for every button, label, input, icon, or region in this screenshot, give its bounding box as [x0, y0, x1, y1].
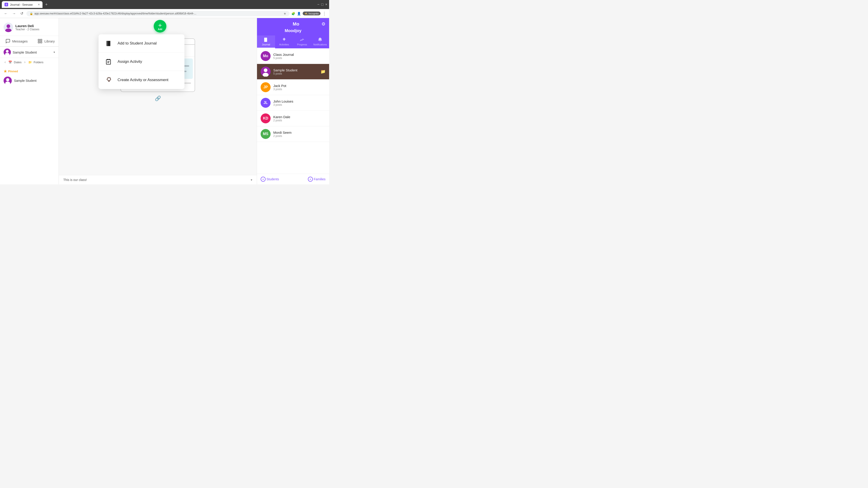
tab-progress[interactable]: Progress [293, 35, 311, 48]
bottom-text-bar: This is our class! ▾ [59, 175, 257, 184]
jack-pot-info: Jack Pot 3 posts [273, 84, 326, 91]
messages-nav[interactable]: Messages [3, 37, 30, 45]
library-nav[interactable]: Library [35, 37, 57, 45]
student-jack-pot[interactable]: JP Jack Pot 3 posts [257, 79, 329, 95]
pinned-label: ★ Pinned [4, 69, 55, 73]
pinned-student-item[interactable]: Sample Student [0, 75, 59, 87]
app-header: Messages Library [0, 36, 59, 46]
address-bar[interactable]: 🔒 app.seesaw.me/#/class/class.e01bf4c2-9… [26, 11, 289, 16]
browser-nav-icons: 🧩 👤 🕵 Incognito ⋮ [291, 11, 327, 16]
lightbulb-dropdown-icon [105, 76, 113, 84]
sample-student-posts: 5 posts [273, 72, 318, 75]
add-icon: + [158, 22, 162, 29]
students-footer-label: Students [267, 177, 279, 181]
students-footer-button[interactable]: + Students [260, 177, 279, 182]
minimize-button[interactable]: − [317, 2, 319, 6]
journal-dropdown-icon [105, 39, 113, 47]
right-sidebar: Mo ⚙ Moodjoy Journal Activities Progress [257, 18, 329, 184]
svg-point-38 [264, 68, 268, 72]
svg-rect-18 [109, 59, 110, 60]
back-button[interactable]: ← [3, 11, 9, 17]
close-tab-button[interactable]: × [38, 3, 40, 6]
student-selector[interactable]: Sample Student ▾ [0, 46, 59, 58]
right-nav-tabs: Journal Activities Progress Notification… [257, 35, 329, 48]
link-icon[interactable]: 🔗 [155, 96, 161, 101]
student-karen-dale[interactable]: KD Karen Dale 2 posts [257, 111, 329, 126]
sidebar-footer: + Students + Families [257, 174, 329, 184]
bottom-description: This is our class! [63, 178, 87, 182]
folders-label: Folders [34, 61, 43, 64]
extensions-icon[interactable]: 🧩 [291, 12, 295, 15]
main-header: + Add [59, 18, 257, 22]
svg-rect-14 [107, 41, 107, 46]
pinned-section: ★ Pinned [0, 66, 59, 75]
pinned-student-name: Sample Student [14, 79, 37, 83]
settings-icon[interactable]: ⚙ [321, 21, 326, 27]
tab-journal-label: Journal [262, 43, 270, 46]
class-journal-avatar: Mo [260, 51, 271, 61]
svg-rect-27 [108, 81, 110, 82]
url-text: app.seesaw.me/#/class/class.e01bf4c2-9a2… [34, 12, 282, 15]
close-window-button[interactable]: × [325, 2, 327, 6]
svg-rect-6 [40, 41, 42, 43]
prev-date-button[interactable]: ‹ [4, 59, 6, 65]
sample-student-name: Sample Student [273, 68, 318, 72]
expand-icon[interactable]: ▾ [251, 178, 252, 182]
folder-icon: 📁 [320, 69, 326, 74]
student-class-journal[interactable]: Mo Class Journal 5 posts [257, 48, 329, 64]
chevron-down-icon: ▾ [54, 51, 55, 54]
svg-rect-32 [265, 38, 265, 42]
svg-point-1 [6, 24, 10, 28]
teacher-name: Lauren Deli [16, 24, 39, 28]
menu-icon[interactable]: ⋮ [322, 11, 327, 16]
student-mordi-seem[interactable]: MS Mordi Seem 2 posts [257, 126, 329, 142]
student-sample-student[interactable]: Sample Student 5 posts 📁 [257, 64, 329, 79]
tab-notifications[interactable]: Notifications [311, 35, 329, 48]
activity-dropdown-icon [105, 58, 113, 66]
add-button[interactable]: + Add [154, 20, 166, 33]
browser-tab[interactable]: S Journal - Seesaw × [2, 1, 42, 8]
student-name: Sample Student [13, 51, 52, 54]
new-tab-button[interactable]: + [44, 1, 49, 8]
tab-journal[interactable]: Journal [257, 35, 275, 48]
svg-rect-4 [40, 39, 42, 41]
next-date-button[interactable]: › [23, 59, 26, 65]
create-activity-text: Create Activity or Assessment [118, 78, 168, 82]
svg-line-25 [110, 78, 111, 78]
svg-rect-17 [107, 59, 108, 60]
john-louises-posts: 3 posts [273, 103, 326, 106]
svg-rect-3 [38, 39, 39, 41]
jack-pot-avatar: JP [260, 82, 271, 92]
teacher-avatar [4, 23, 13, 32]
teacher-profile: Lauren Deli Teacher - 2 Classes [0, 21, 59, 36]
class-journal-posts: 5 posts [273, 57, 326, 60]
dates-label: Dates [14, 61, 22, 64]
sample-student-info: Sample Student 5 posts [273, 68, 318, 75]
families-footer-button[interactable]: + Families [308, 177, 326, 182]
student-list: Mo Class Journal 5 posts Sample Student … [257, 48, 329, 174]
teacher-role: Teacher - 2 Classes [16, 28, 39, 31]
student-john-louises[interactable]: JL John Louises 3 posts [257, 95, 329, 111]
maximize-button[interactable]: □ [321, 2, 323, 6]
dropdown-menu: Add to Student Journal Assign Activity [98, 34, 184, 89]
forward-button[interactable]: → [11, 11, 17, 17]
date-folder-nav: ‹ 📅 Dates › 📁 Folders [0, 58, 59, 66]
svg-rect-5 [38, 41, 39, 43]
profile-icon[interactable]: 👤 [297, 12, 301, 15]
add-journal-item[interactable]: Add to Student Journal [98, 34, 184, 53]
svg-point-8 [6, 50, 8, 53]
app-container: Lauren Deli Teacher - 2 Classes Messages… [0, 18, 329, 184]
tab-activities[interactable]: Activities [275, 35, 293, 48]
tab-title: Journal - Seesaw [10, 3, 33, 6]
jack-pot-name: Jack Pot [273, 84, 326, 88]
mordi-seem-avatar: MS [260, 129, 271, 139]
calendar-icon: 📅 [8, 61, 12, 64]
create-activity-item[interactable]: Create Activity or Assessment [98, 71, 184, 89]
moodjoy-initials: Mo [293, 22, 299, 27]
messages-label: Messages [12, 39, 28, 43]
nav-bar: ← → ↺ 🔒 app.seesaw.me/#/class/class.e01b… [0, 9, 329, 18]
assign-activity-item[interactable]: Assign Activity [98, 53, 184, 71]
john-louises-info: John Louises 3 posts [273, 99, 326, 106]
student-selector-icon [4, 48, 11, 56]
refresh-button[interactable]: ↺ [19, 10, 25, 17]
